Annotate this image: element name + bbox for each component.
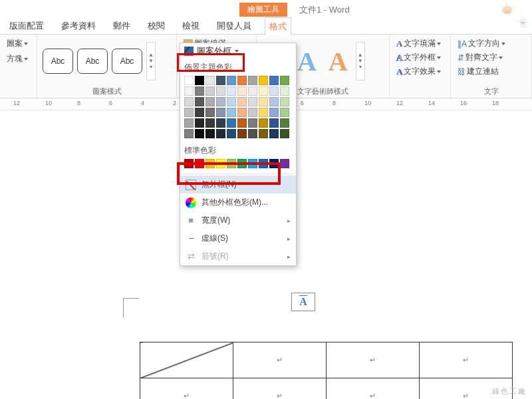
color-swatch[interactable]	[269, 97, 279, 106]
table-cell[interactable]: ↵	[233, 378, 327, 400]
color-swatch[interactable]	[227, 76, 236, 85]
textbox-button[interactable]: 方塊	[5, 53, 29, 65]
color-swatch[interactable]	[280, 86, 289, 96]
color-swatch[interactable]	[205, 129, 215, 138]
color-swatch[interactable]	[195, 108, 204, 117]
color-swatch[interactable]	[248, 108, 257, 117]
shape-style-preset[interactable]: Abc	[77, 49, 108, 74]
color-swatch[interactable]	[237, 129, 247, 138]
color-swatch[interactable]	[216, 76, 225, 85]
tab-view[interactable]: 檢視	[178, 17, 203, 35]
color-swatch[interactable]	[280, 76, 289, 85]
wordart-preset[interactable]: A	[325, 46, 352, 77]
text-effects-button[interactable]: A文字效果	[395, 65, 442, 78]
color-swatch[interactable]	[248, 118, 257, 128]
shape-style-preset[interactable]: Abc	[43, 49, 73, 74]
color-swatch[interactable]	[280, 108, 289, 117]
color-swatch[interactable]	[237, 97, 247, 106]
color-swatch[interactable]	[184, 76, 194, 85]
color-swatch[interactable]	[248, 159, 257, 168]
more-outline-colors-item[interactable]: 其他外框色彩(M)...	[180, 194, 296, 211]
color-swatch[interactable]	[216, 97, 225, 106]
color-swatch[interactable]	[216, 129, 225, 138]
color-swatch[interactable]	[227, 159, 236, 168]
color-swatch[interactable]	[216, 159, 225, 168]
color-swatch[interactable]	[205, 97, 215, 106]
create-link-button[interactable]: ⛓建立連結	[456, 65, 500, 78]
color-swatch[interactable]	[248, 76, 257, 85]
table-cell[interactable]: ↵	[420, 342, 513, 378]
style-gallery-scroll[interactable]: ▲▼▾	[146, 42, 156, 80]
color-swatch[interactable]	[280, 129, 289, 138]
color-swatch[interactable]	[237, 108, 247, 117]
color-swatch[interactable]	[259, 76, 268, 85]
shapes-button[interactable]: 圖案	[5, 37, 29, 50]
table-cell[interactable]: ↵	[233, 342, 327, 378]
color-swatch[interactable]	[280, 118, 289, 128]
color-swatch[interactable]	[237, 159, 247, 168]
text-outline-button[interactable]: A文字外框	[395, 51, 442, 64]
color-swatch[interactable]	[205, 159, 215, 168]
no-outline-item[interactable]: 無外框(N)	[180, 176, 296, 194]
tab-references[interactable]: 參考資料	[57, 17, 100, 35]
text-direction-button[interactable]: ‖A文字方向	[456, 37, 507, 50]
color-swatch[interactable]	[280, 97, 289, 106]
tab-mailings[interactable]: 郵件	[109, 17, 134, 35]
tab-review[interactable]: 校閱	[144, 17, 169, 35]
color-swatch[interactable]	[227, 108, 236, 117]
color-swatch[interactable]	[259, 129, 268, 138]
color-swatch[interactable]	[184, 129, 194, 138]
dashes-submenu[interactable]: ┄ 虛線(S) ▸	[180, 229, 296, 247]
color-swatch[interactable]	[195, 86, 204, 96]
color-swatch[interactable]	[184, 118, 194, 128]
color-swatch[interactable]	[280, 159, 289, 168]
color-swatch[interactable]	[227, 118, 236, 128]
document-table[interactable]: ↵↵↵ ↵↵↵↵ ↵↵↵↵	[140, 342, 513, 399]
color-swatch[interactable]	[205, 108, 215, 117]
color-swatch[interactable]	[195, 76, 204, 85]
weight-submenu[interactable]: ≡ 寬度(W) ▸	[180, 211, 296, 229]
color-swatch[interactable]	[259, 97, 268, 106]
color-swatch[interactable]	[269, 108, 279, 117]
tab-developer[interactable]: 開發人員	[213, 17, 255, 35]
shape-style-preset[interactable]: Abc	[112, 49, 142, 74]
color-swatch[interactable]	[269, 76, 279, 85]
color-swatch[interactable]	[248, 129, 257, 138]
color-swatch[interactable]	[184, 97, 194, 106]
color-swatch[interactable]	[259, 86, 268, 96]
color-swatch[interactable]	[248, 97, 257, 106]
wordart-preset[interactable]: A	[293, 46, 321, 77]
color-swatch[interactable]	[216, 108, 225, 117]
table-cell[interactable]: ↵	[140, 378, 233, 400]
color-swatch[interactable]	[259, 118, 268, 128]
tab-format[interactable]: 格式	[265, 17, 291, 35]
color-swatch[interactable]	[269, 159, 279, 168]
color-swatch[interactable]	[216, 118, 225, 128]
color-swatch[interactable]	[248, 86, 257, 96]
color-swatch[interactable]	[259, 108, 268, 117]
color-swatch[interactable]	[216, 86, 225, 96]
color-swatch[interactable]	[259, 159, 268, 168]
color-swatch[interactable]	[195, 97, 204, 106]
color-swatch[interactable]	[227, 129, 236, 138]
color-swatch[interactable]	[269, 118, 279, 128]
text-fill-button[interactable]: A文字填滿	[395, 37, 442, 50]
align-text-button[interactable]: ⇵對齊文字	[456, 51, 504, 64]
color-swatch[interactable]	[237, 76, 247, 85]
color-swatch[interactable]	[237, 118, 247, 128]
color-swatch[interactable]	[227, 97, 236, 106]
color-swatch[interactable]	[205, 118, 215, 128]
color-swatch[interactable]	[184, 159, 194, 168]
color-swatch[interactable]	[269, 129, 279, 138]
color-swatch[interactable]	[269, 86, 279, 96]
color-swatch[interactable]	[227, 86, 236, 96]
table-cell[interactable]: ↵	[327, 378, 420, 400]
color-swatch[interactable]	[237, 86, 247, 96]
color-swatch[interactable]	[184, 108, 194, 117]
color-swatch[interactable]	[195, 159, 204, 168]
tab-layout[interactable]: 版面配置	[5, 17, 48, 35]
color-swatch[interactable]	[205, 76, 215, 85]
dropdown-header[interactable]: 圖案外框	[180, 43, 296, 59]
selected-textbox[interactable]: A	[291, 293, 315, 311]
color-swatch[interactable]	[184, 86, 194, 96]
